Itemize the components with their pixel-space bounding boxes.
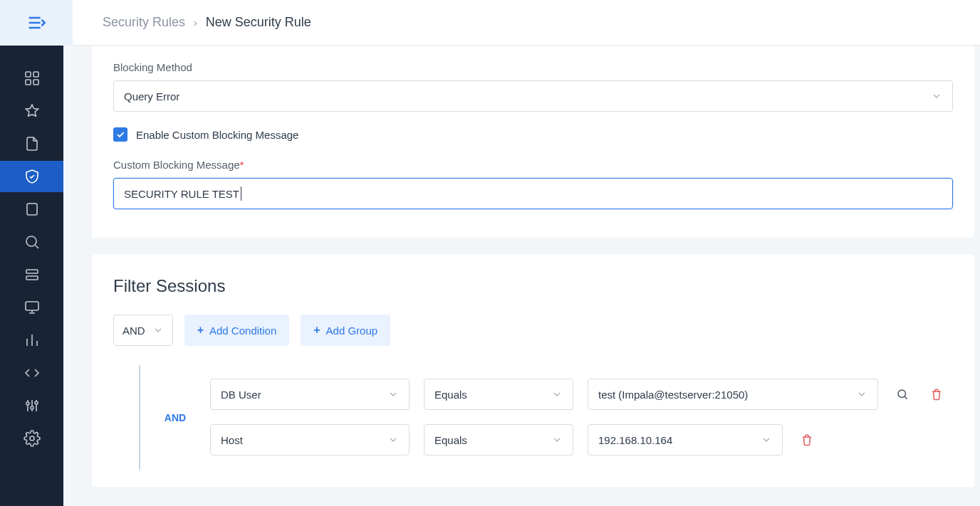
condition-value-text: test (Impala@testserver:21050) [598,389,748,401]
trash-icon [930,388,943,401]
sidebar-item-favorites[interactable] [0,95,63,127]
breadcrumb-parent[interactable]: Security Rules [103,15,185,30]
plus-icon: + [313,324,320,337]
condition-value-text: 192.168.10.164 [598,434,672,446]
sidebar-item-notes[interactable] [0,194,63,225]
chevron-right-icon: › [194,17,197,28]
plus-icon: + [197,324,204,337]
monitor-icon [24,299,41,316]
grid-icon [24,70,41,87]
svg-rect-7 [26,276,38,280]
file-icon [24,135,41,152]
svg-point-5 [26,236,36,246]
blocking-method-value: Query Error [124,90,179,102]
add-group-label: Add Group [326,325,378,337]
filter-sessions-card: Filter Sessions AND + Add Condition + Ad… [92,255,974,487]
trash-icon [801,433,813,446]
chevron-down-icon [551,434,563,446]
breadcrumb: Security Rules › New Security Rule [73,15,311,30]
sidebar-item-tuning[interactable] [0,390,63,421]
app-logo[interactable] [0,0,73,46]
condition-field-select[interactable]: DB User [210,379,410,410]
chevron-down-icon [387,389,399,400]
condition-value-select[interactable]: test (Impala@testserver:21050) [588,379,878,410]
filter-toolbar: AND + Add Condition + Add Group [113,315,953,346]
sidebar-item-settings[interactable] [0,423,63,454]
svg-rect-2 [26,80,31,85]
custom-msg-input[interactable]: SECURITY RULE TEST [113,178,953,209]
chevron-down-icon [931,90,942,102]
shield-icon [24,168,41,185]
condition-field-select[interactable]: Host [210,424,410,455]
svg-point-13 [898,390,906,398]
condition-operator-select[interactable]: Equals [424,379,573,410]
sidebar-item-search[interactable] [0,226,63,258]
chevron-down-icon [152,325,164,336]
sidebar [0,46,63,506]
row-search-button[interactable] [892,384,912,404]
sidebar-item-monitor[interactable] [0,292,63,323]
condition-group-operator: AND [139,364,210,470]
condition-value-select[interactable]: 192.168.10.164 [588,424,783,455]
blocking-card: Blocking Method Query Error Enable Custo… [92,46,974,238]
sidebar-item-security[interactable] [0,161,63,192]
logic-value: AND [123,325,145,337]
condition-row: Host Equals 192.168.10.164 [210,424,953,455]
svg-rect-0 [26,72,31,77]
menu-collapse-icon [26,13,46,33]
enable-custom-label: Enable Custom Blocking Message [136,129,298,141]
app-header: Security Rules › New Security Rule [0,0,980,46]
chevron-down-icon [551,389,563,400]
svg-point-11 [35,401,38,404]
filter-sessions-title: Filter Sessions [113,276,953,296]
enable-custom-checkbox[interactable] [113,127,127,142]
blocking-method-label: Blocking Method [113,61,953,73]
svg-rect-8 [26,302,38,310]
condition-group: AND DB User Equals test [113,364,953,470]
check-icon [115,130,125,139]
svg-point-12 [30,436,34,441]
add-condition-button[interactable]: + Add Condition [184,315,290,346]
condition-operator-select[interactable]: Equals [424,424,573,455]
add-condition-label: Add Condition [209,325,276,337]
custom-msg-label: Custom Blocking Message* [113,159,953,171]
chevron-down-icon [387,434,399,446]
logic-select[interactable]: AND [113,315,173,346]
condition-field-value: DB User [221,389,261,401]
sidebar-item-dev[interactable] [0,357,63,389]
condition-operator-value: Equals [434,389,467,401]
row-delete-button[interactable] [927,384,947,404]
sidebar-item-layout[interactable] [0,259,63,290]
svg-rect-1 [33,72,38,77]
sidebar-item-docs[interactable] [0,128,63,159]
note-icon [24,201,41,218]
sidebar-item-reports[interactable] [0,325,63,356]
breadcrumb-current: New Security Rule [206,15,311,30]
blocking-method-select[interactable]: Query Error [113,80,953,112]
sliders-icon [24,397,41,414]
svg-rect-6 [26,270,38,273]
condition-row: DB User Equals test (Impala@testserver:2… [210,379,953,410]
gear-icon [24,430,41,447]
svg-rect-3 [33,80,38,85]
code-icon [24,364,41,381]
rows-icon [24,266,41,283]
row-delete-button[interactable] [797,430,817,450]
search-icon [24,233,41,251]
condition-field-value: Host [221,434,243,446]
add-group-button[interactable]: + Add Group [301,315,390,346]
search-icon [896,388,909,401]
svg-point-9 [26,402,29,405]
sidebar-item-dashboard[interactable] [0,63,63,94]
main-content: Blocking Method Query Error Enable Custo… [63,46,980,506]
custom-msg-value: SECURITY RULE TEST [124,188,239,200]
svg-point-10 [31,406,33,409]
bar-chart-icon [24,332,41,349]
star-icon [24,102,41,120]
chevron-down-icon [761,434,772,446]
chevron-down-icon [856,389,867,400]
group-operator-label: AND [160,409,190,426]
svg-rect-4 [27,204,37,215]
condition-operator-value: Equals [434,434,467,446]
